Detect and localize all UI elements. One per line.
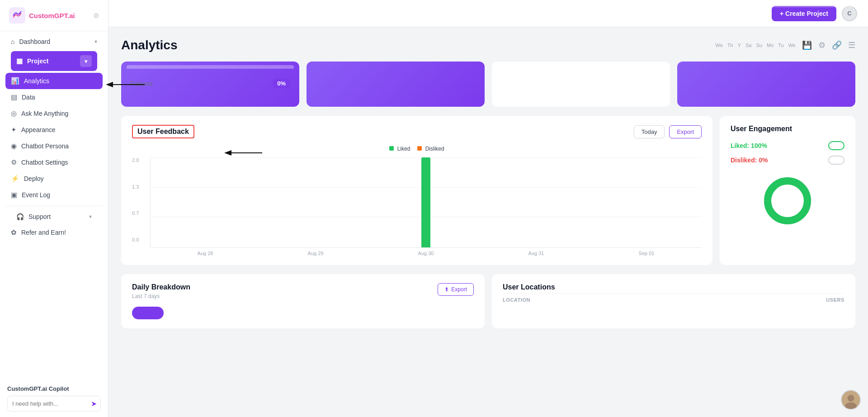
copilot-send-button[interactable]: ➤ — [91, 399, 97, 408]
failures-value: 0% — [273, 79, 290, 88]
liked-row: Liked: 100% — [731, 141, 844, 150]
project-chevron-button[interactable]: ▾ — [80, 55, 92, 67]
bar-sep01 — [589, 157, 697, 247]
location-col-label: LOCATION — [503, 297, 530, 303]
sidebar-item-support[interactable]: 🎧 Support ▾ — [5, 209, 103, 224]
bar-aug30-fill — [421, 157, 430, 247]
today-button[interactable]: Today — [634, 125, 665, 138]
top-metric-cards: Failures 0% — [121, 62, 855, 107]
link-icon[interactable]: 🔗 — [832, 40, 842, 50]
sidebar-item-appearance[interactable]: ✦ Appearance — [5, 122, 103, 138]
svg-point-6 — [848, 395, 854, 402]
deploy-icon: ⚡ — [11, 175, 19, 183]
daily-breakdown-title: Daily Breakdown — [132, 283, 190, 291]
disliked-dot — [417, 146, 422, 151]
user-feedback-card: User Feedback Today Export Liked — [121, 116, 712, 265]
x-label-aug30: Aug 30 — [371, 251, 481, 256]
main-wrapper: + Create Project C Analytics WeThYSaSuMo… — [108, 0, 868, 417]
sidebar-item-ask-me[interactable]: ◎ Ask Me Anything — [5, 105, 103, 122]
date-labels-row: WeThYSaSuMoTuWe — [716, 43, 796, 48]
analytics-page: Analytics WeThYSaSuMoTuWe 💾 ⚙ 🔗 ☰ Failur… — [108, 27, 868, 417]
bar-aug30 — [372, 157, 481, 247]
refer-icon: ✿ — [11, 228, 17, 237]
copilot-input-wrap: ➤ — [7, 396, 101, 412]
user-engagement-card: User Engagement Liked: 100% Disliked: 0% — [720, 116, 855, 265]
deploy-label: Deploy — [24, 175, 44, 182]
support-icon: 🎧 — [16, 213, 24, 220]
daily-breakdown-export-button[interactable]: ⬆ Export — [438, 283, 474, 296]
copilot-title: CustomGPT.ai Copilot — [7, 385, 101, 392]
disliked-toggle[interactable] — [828, 156, 844, 165]
donut-chart — [760, 174, 815, 228]
y-axis: 2.0 1.3 0.7 0.0 — [132, 157, 142, 242]
bar-chart-wrap: 2.0 1.3 0.7 0.0 — [132, 157, 702, 256]
gear-icon[interactable]: ⚙ — [818, 40, 826, 50]
copilot-input[interactable] — [12, 400, 88, 407]
logo-text: CustomGPT.ai — [29, 12, 75, 19]
data-label: Data — [22, 94, 35, 101]
clock-icon[interactable]: ⊙ — [94, 12, 99, 19]
chart-title-box: User Feedback — [132, 125, 194, 138]
donut-chart-wrap — [731, 174, 844, 228]
daily-breakdown-subtitle: Last 7 days — [132, 293, 190, 299]
bar-aug31 — [480, 157, 589, 247]
sidebar-item-dashboard[interactable]: ⌂ Dashboard ▾ — [5, 34, 103, 49]
chart-header: User Feedback Today Export — [132, 125, 702, 138]
sidebar-item-project[interactable]: ▦ Project ▾ — [11, 51, 97, 71]
liked-toggle[interactable] — [828, 141, 844, 150]
x-axis-labels: Aug 28 Aug 29 Aug 30 Aug 31 Sep 01 — [150, 248, 702, 256]
chart-legend: Liked Disliked — [132, 146, 702, 152]
metric-card-2 — [307, 62, 485, 107]
failures-label: Failures — [130, 80, 153, 87]
data-icon: ▤ — [11, 93, 17, 101]
breakdown-tabs — [132, 307, 474, 319]
disliked-row: Disliked: 0% — [731, 156, 844, 165]
disliked-percentage-label: Disliked: 0% — [731, 156, 768, 164]
appearance-icon: ✦ — [11, 126, 17, 134]
engagement-title: User Engagement — [731, 125, 844, 133]
page-title: Analytics — [121, 38, 178, 52]
logo-area: CustomGPT.ai ⊙ — [0, 0, 108, 31]
ask-me-icon: ◎ — [11, 109, 17, 118]
event-log-icon: ▣ — [11, 191, 17, 199]
sidebar-item-chatbot-settings[interactable]: ⚙ Chatbot Settings — [5, 154, 103, 171]
breakdown-tab-1[interactable] — [132, 307, 164, 319]
bar-aug28 — [155, 157, 264, 247]
sidebar-item-deploy[interactable]: ⚡ Deploy — [5, 171, 103, 187]
user-locations-title: User Locations — [503, 283, 844, 291]
bottom-avatar[interactable] — [841, 390, 861, 410]
support-label: Support — [28, 213, 51, 220]
sidebar-item-chatbot-persona[interactable]: ◉ Chatbot Persona — [5, 138, 103, 154]
liked-dot — [389, 146, 394, 151]
appearance-label: Appearance — [21, 126, 56, 133]
feedback-export-button[interactable]: Export — [669, 125, 702, 138]
bottom-row: Daily Breakdown Last 7 days ⬆ Export Use… — [121, 274, 855, 328]
disliked-legend-item: Disliked — [417, 146, 444, 152]
sidebar-item-refer[interactable]: ✿ Refer and Earn! — [5, 224, 103, 241]
sidebar-item-data[interactable]: ▤ Data — [5, 89, 103, 105]
metric-card-4 — [677, 62, 855, 107]
chevron-down-icon: ▾ — [94, 38, 97, 45]
avatar[interactable]: C — [842, 6, 857, 21]
user-locations-card: User Locations LOCATION USERS — [492, 274, 855, 328]
logo-icon — [9, 7, 25, 24]
sidebar-item-event-log[interactable]: ▣ Event Log — [5, 187, 103, 203]
x-label-aug29: Aug 29 — [260, 251, 371, 256]
sidebar-item-analytics[interactable]: 📊 Analytics — [5, 73, 103, 89]
persona-icon: ◉ — [11, 142, 17, 150]
settings-label: Chatbot Settings — [21, 159, 68, 166]
sidebar: CustomGPT.ai ⊙ ⌂ Dashboard ▾ ▦ Project ▾… — [0, 0, 108, 417]
refer-label: Refer and Earn! — [21, 229, 66, 236]
menu-icon[interactable]: ☰ — [848, 40, 855, 50]
ask-me-label: Ask Me Anything — [21, 110, 68, 117]
analytics-label: Analytics — [24, 77, 49, 85]
create-project-button[interactable]: + Create Project — [772, 6, 836, 21]
project-icon: ▦ — [16, 57, 23, 65]
copilot-section: CustomGPT.ai Copilot ➤ — [0, 380, 108, 417]
x-label-aug31: Aug 31 — [481, 251, 591, 256]
metric-card-3 — [492, 62, 670, 107]
liked-percentage-label: Liked: 100% — [731, 142, 767, 149]
save-icon[interactable]: 💾 — [802, 40, 812, 50]
charts-row: User Feedback Today Export Liked — [121, 116, 855, 265]
chart-actions: Today Export — [634, 125, 702, 138]
